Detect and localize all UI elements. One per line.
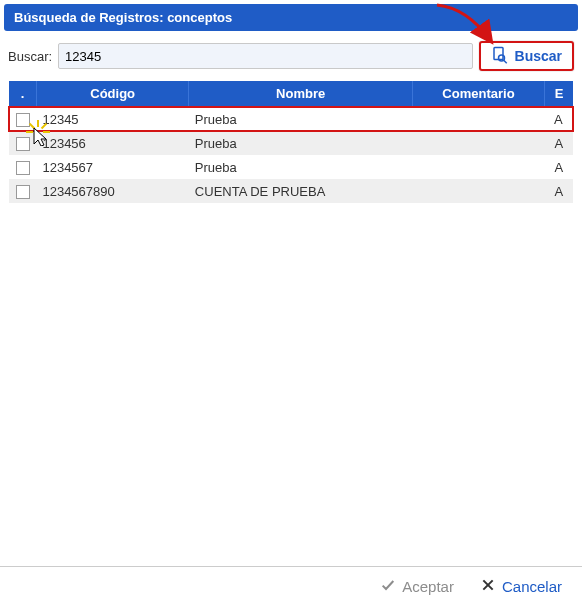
search-row: Buscar: Buscar <box>0 35 582 81</box>
cell-comentario <box>412 107 544 131</box>
results-table-wrap: . Código Nombre Comentario E 12345Prueba… <box>0 81 582 203</box>
table-row[interactable]: 1234567890CUENTA DE PRUEBAA <box>9 179 573 203</box>
cell-nombre: Prueba <box>189 131 413 155</box>
cell-e: A <box>545 107 573 131</box>
cell-comentario <box>412 155 544 179</box>
cell-e: A <box>545 155 573 179</box>
cell-codigo: 12345 <box>36 107 188 131</box>
cell-comentario <box>412 131 544 155</box>
cancel-label: Cancelar <box>502 578 562 595</box>
table-row[interactable]: 123456PruebaA <box>9 131 573 155</box>
col-header-comentario[interactable]: Comentario <box>412 81 544 107</box>
cell-nombre: Prueba <box>189 107 413 131</box>
cell-e: A <box>545 131 573 155</box>
cell-comentario <box>412 179 544 203</box>
cancel-button[interactable]: Cancelar <box>474 573 568 600</box>
table-row[interactable]: 12345PruebaA <box>9 107 573 131</box>
cell-codigo: 1234567890 <box>36 179 188 203</box>
row-checkbox[interactable] <box>16 161 30 175</box>
accept-button[interactable]: Aceptar <box>374 573 460 600</box>
col-header-nombre[interactable]: Nombre <box>189 81 413 107</box>
search-button[interactable]: Buscar <box>479 41 574 71</box>
row-checkbox[interactable] <box>16 113 30 127</box>
svg-line-2 <box>503 60 506 63</box>
cell-codigo: 1234567 <box>36 155 188 179</box>
results-table: . Código Nombre Comentario E 12345Prueba… <box>8 81 574 203</box>
search-icon <box>491 46 509 67</box>
search-input[interactable] <box>58 43 472 69</box>
dialog-footer: Aceptar Cancelar <box>0 566 582 606</box>
col-header-select[interactable]: . <box>9 81 36 107</box>
cell-codigo: 123456 <box>36 131 188 155</box>
dialog-title: Búsqueda de Registros: conceptos <box>4 4 578 31</box>
cell-nombre: CUENTA DE PRUEBA <box>189 179 413 203</box>
col-header-e[interactable]: E <box>545 81 573 107</box>
check-icon <box>380 577 396 596</box>
search-label: Buscar: <box>8 49 52 64</box>
row-checkbox[interactable] <box>16 185 30 199</box>
col-header-codigo[interactable]: Código <box>36 81 188 107</box>
search-button-label: Buscar <box>515 48 562 64</box>
row-checkbox[interactable] <box>16 137 30 151</box>
cell-nombre: Prueba <box>189 155 413 179</box>
table-row[interactable]: 1234567PruebaA <box>9 155 573 179</box>
close-icon <box>480 577 496 596</box>
accept-label: Aceptar <box>402 578 454 595</box>
cell-e: A <box>545 179 573 203</box>
